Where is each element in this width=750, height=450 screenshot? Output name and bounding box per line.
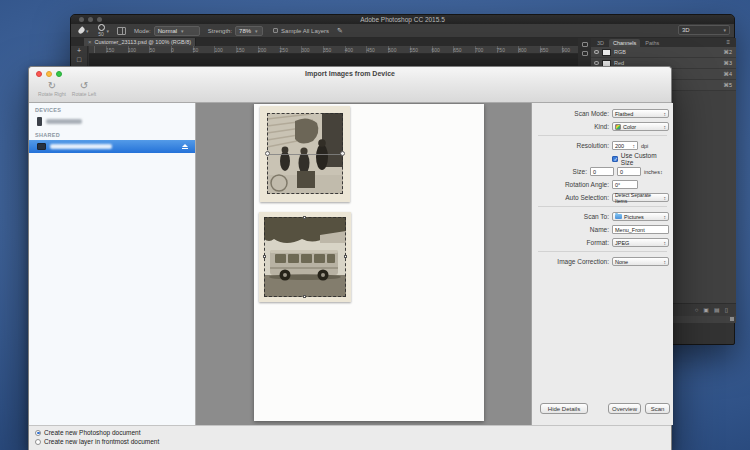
selection-handle-bottom[interactable] [303, 295, 306, 298]
selection-handle-left[interactable] [263, 255, 266, 258]
scanned-photo-people[interactable] [260, 106, 350, 202]
move-tool-icon[interactable]: + [77, 46, 81, 55]
strength-select[interactable]: 78% [235, 26, 263, 36]
divider [538, 206, 667, 207]
rotate-left-label: Rotate Left [72, 91, 96, 97]
resolution-stepper[interactable]: 200 [612, 141, 638, 150]
selection-marquee[interactable] [267, 113, 343, 194]
auto-selection-value: Detect Separate Items [615, 192, 664, 204]
chevron-down-icon[interactable]: ▾ [86, 28, 89, 34]
workspace-select[interactable]: 3D [678, 25, 730, 35]
image-correction-value: None [615, 259, 628, 265]
document-tabbar: × Customer_23113.psd @ 100% (RGB/8) [71, 38, 578, 46]
scan-mode-select[interactable]: Flatbed [612, 109, 669, 118]
ruler-tick: 750 [497, 47, 505, 53]
panel-tab-paths[interactable]: Paths [641, 39, 663, 47]
scan-button[interactable]: Scan [645, 403, 670, 414]
divider [538, 251, 667, 252]
selection-marquee[interactable] [264, 217, 346, 297]
load-selection-icon[interactable]: ○ [695, 307, 699, 313]
scan-to-row: Scan To: Pictures [532, 211, 669, 222]
color-swatch-icon [615, 124, 621, 130]
selection-handle-right[interactable] [340, 151, 345, 156]
channel-shortcut: ⌘3 [723, 60, 736, 66]
sample-all-layers-checkbox[interactable] [273, 28, 278, 33]
auto-selection-select[interactable]: Detect Separate Items [612, 193, 669, 202]
name-field[interactable]: Menu_Front [612, 225, 669, 234]
brush-panel-toggle-icon[interactable] [117, 27, 126, 35]
photoshop-titlebar[interactable]: Adobe Photoshop CC 2015.5 [71, 15, 734, 24]
selection-handle-right[interactable] [344, 255, 347, 258]
ruler-tick: 700 [475, 47, 483, 53]
delete-channel-icon[interactable]: ▯ [725, 307, 728, 313]
resolution-unit: dpi [641, 143, 648, 149]
size-height-field[interactable]: 0 [617, 167, 641, 176]
eject-icon[interactable] [182, 144, 188, 150]
visibility-eye-icon[interactable] [594, 50, 599, 54]
tab-close-icon[interactable]: × [88, 39, 92, 45]
new-channel-icon[interactable]: ▤ [714, 307, 720, 313]
use-custom-size-checkbox[interactable] [612, 156, 618, 162]
import-images-dialog: Import Images from Device ↻ Rotate Right… [28, 66, 672, 450]
scanned-photo-van[interactable] [259, 212, 351, 302]
scan-to-select[interactable]: Pictures [612, 212, 669, 221]
overview-button[interactable]: Overview [608, 403, 641, 414]
dialog-title: Import Images from Device [29, 70, 671, 77]
airbrush-icon[interactable]: ✎ [337, 27, 343, 35]
radio-selected-icon[interactable] [35, 430, 41, 436]
ruler-tick: 50 [149, 47, 155, 53]
app-title: Adobe Photoshop CC 2015.5 [71, 16, 734, 23]
horizontal-ruler: 1501005005010015020025030035040045050055… [89, 46, 578, 54]
ruler-tick: 200 [258, 47, 266, 53]
mode-select[interactable]: Normal [154, 26, 200, 36]
scan-settings-panel: Scan Mode: Flatbed Kind: Color Resolutio… [531, 103, 673, 425]
ruler-tick: 150 [236, 47, 244, 53]
shared-device-item-selected[interactable] [29, 140, 195, 153]
rotation-angle-field[interactable]: 0° [612, 180, 638, 189]
radio-unselected-icon[interactable] [35, 439, 41, 445]
rotation-angle-row: Rotation Angle: 0° [532, 179, 669, 190]
collapse-panels-icon[interactable] [582, 42, 588, 47]
kind-label: Kind: [532, 123, 612, 130]
selection-handle-top[interactable] [303, 216, 306, 219]
rotate-right-button[interactable]: ↻ Rotate Right [37, 80, 67, 101]
ruler-tick: 600 [432, 47, 440, 53]
scanner-bed-page [254, 104, 484, 421]
strength-value: 78% [239, 28, 251, 34]
panel-tab-3d[interactable]: 3D [593, 39, 608, 47]
visibility-eye-icon[interactable] [594, 61, 599, 65]
kind-select[interactable]: Color [612, 122, 669, 131]
marquee-tool-icon[interactable]: □ [77, 55, 81, 64]
panel-tab-channels[interactable]: Channels [609, 39, 640, 47]
image-correction-select[interactable]: None [612, 257, 669, 266]
name-value: Menu_Front [615, 227, 645, 233]
channel-shortcut: ⌘5 [723, 82, 736, 88]
sample-all-layers-label: Sample All Layers [281, 28, 329, 34]
kind-value: Color [623, 124, 636, 130]
name-label: Name: [532, 226, 612, 233]
hide-details-button[interactable]: Hide Details [540, 403, 588, 414]
device-list-item[interactable] [29, 115, 195, 128]
chevron-down-icon[interactable]: ▾ [107, 28, 110, 34]
scan-mode-value: Flatbed [615, 111, 633, 117]
name-row: Name: Menu_Front [532, 224, 669, 235]
create-new-document-option[interactable]: Create new Photoshop document [35, 429, 671, 436]
dialog-titlebar[interactable]: Import Images from Device ↻ Rotate Right… [29, 67, 671, 103]
format-select[interactable]: JPEG [612, 238, 669, 247]
size-width-field[interactable]: 0 [590, 167, 614, 176]
blur-tool-icon[interactable] [77, 26, 85, 34]
create-new-layer-option[interactable]: Create new layer in frontmost document [35, 438, 671, 445]
resize-grip[interactable] [730, 317, 734, 321]
ruler-tick: 250 [280, 47, 288, 53]
brush-preset-picker[interactable]: 50 [98, 24, 105, 37]
scan-preview-area [196, 103, 531, 425]
size-unit-select[interactable]: inches↕ [644, 169, 663, 175]
channel-row-rgb[interactable]: RGB⌘2 [591, 47, 736, 58]
scan-to-label: Scan To: [532, 213, 612, 220]
rotate-left-button[interactable]: ↺ Rotate Left [69, 80, 99, 101]
save-selection-icon[interactable]: ▣ [703, 307, 709, 313]
panel-dock-icon[interactable] [582, 51, 588, 56]
document-tab[interactable]: × Customer_23113.psd @ 100% (RGB/8) [84, 38, 196, 46]
panel-menu-icon[interactable]: ≡ [726, 39, 730, 45]
selection-handle-left[interactable] [265, 151, 270, 156]
